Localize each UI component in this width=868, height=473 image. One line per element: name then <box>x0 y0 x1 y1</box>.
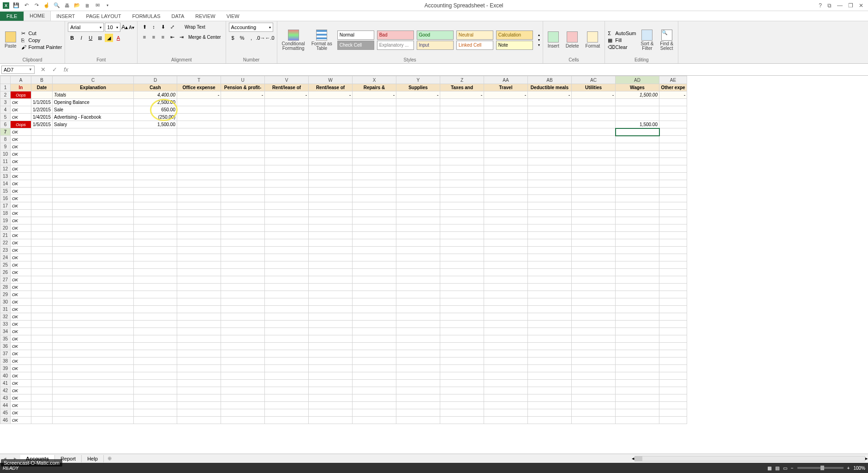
accounting-format-icon[interactable]: $ <box>229 34 237 42</box>
cell-V45[interactable] <box>265 409 309 417</box>
italic-button[interactable]: I <box>77 34 85 42</box>
zoom-value[interactable]: 100% <box>853 466 865 471</box>
cell-AA26[interactable] <box>484 269 528 276</box>
cell-C33[interactable] <box>53 321 134 328</box>
cell-W38[interactable] <box>309 358 353 365</box>
style-cell-checkcell[interactable]: Check Cell <box>337 41 374 50</box>
cell-b5[interactable]: 1/4/2015 <box>31 114 53 121</box>
cell-X16[interactable] <box>353 195 396 202</box>
cell-T37[interactable] <box>177 350 221 358</box>
cell-AB37[interactable] <box>528 350 572 358</box>
cell-AB20[interactable] <box>528 224 572 232</box>
col-header-W[interactable]: W <box>309 76 353 84</box>
header-T[interactable]: Office expense <box>177 84 221 91</box>
cell-AE30[interactable] <box>659 298 687 306</box>
header-W[interactable]: Rent/lease of <box>309 84 353 91</box>
cell-AD30[interactable] <box>616 298 659 306</box>
cell-Z11[interactable] <box>440 158 484 165</box>
cell-Y6[interactable] <box>396 121 440 128</box>
cell-W23[interactable] <box>309 247 353 254</box>
cell-Y44[interactable] <box>396 402 440 409</box>
cell-T25[interactable] <box>177 261 221 269</box>
tab-review[interactable]: REVIEW <box>190 12 221 21</box>
cell-AC8[interactable] <box>572 136 616 143</box>
cell-AE19[interactable] <box>659 217 687 224</box>
row-header-8[interactable]: 8 <box>0 136 11 143</box>
cell-AC18[interactable] <box>572 210 616 217</box>
cell-B14[interactable] <box>31 180 53 188</box>
cell-C39[interactable] <box>53 365 134 372</box>
cell-U19[interactable] <box>221 217 265 224</box>
cell-AA34[interactable] <box>484 328 528 335</box>
style-cell-explanatory[interactable]: Explanatory ... <box>377 41 414 50</box>
cell-C17[interactable] <box>53 202 134 210</box>
cell-X28[interactable] <box>353 284 396 291</box>
cell-T2[interactable]: - <box>177 91 221 99</box>
cell-U38[interactable] <box>221 358 265 365</box>
row-header-38[interactable]: 38 <box>0 358 11 365</box>
cell-AA29[interactable] <box>484 291 528 298</box>
cell-Z21[interactable] <box>440 232 484 239</box>
cell-AC41[interactable] <box>572 380 616 387</box>
cell-AE15[interactable] <box>659 188 687 195</box>
cell-AA25[interactable] <box>484 261 528 269</box>
cell-U30[interactable] <box>221 298 265 306</box>
row-header-36[interactable]: 36 <box>0 343 11 350</box>
row-header-3[interactable]: 3 <box>0 99 11 106</box>
cell-X29[interactable] <box>353 291 396 298</box>
cell-C35[interactable] <box>53 335 134 343</box>
cell-AB27[interactable] <box>528 276 572 284</box>
cell-V10[interactable] <box>265 151 309 158</box>
cell-Y21[interactable] <box>396 232 440 239</box>
cell-Z44[interactable] <box>440 402 484 409</box>
cell-W16[interactable] <box>309 195 353 202</box>
cell-Z22[interactable] <box>440 239 484 247</box>
cell-C16[interactable] <box>53 195 134 202</box>
cell-C14[interactable] <box>53 180 134 188</box>
cell-B28[interactable] <box>31 284 53 291</box>
row-header-6[interactable]: 6 <box>0 121 11 128</box>
cell-V19[interactable] <box>265 217 309 224</box>
cell-D39[interactable] <box>134 365 177 372</box>
cell-Y39[interactable] <box>396 365 440 372</box>
cell-T26[interactable] <box>177 269 221 276</box>
cell-W13[interactable] <box>309 173 353 180</box>
cell-d5[interactable]: (250.00) <box>134 114 177 121</box>
cell-V42[interactable] <box>265 387 309 394</box>
cell-AE42[interactable] <box>659 387 687 394</box>
cell-B25[interactable] <box>31 261 53 269</box>
cell-AC40[interactable] <box>572 372 616 380</box>
cell-W41[interactable] <box>309 380 353 387</box>
cell-AE34[interactable] <box>659 328 687 335</box>
cell-X44[interactable] <box>353 402 396 409</box>
cell-W11[interactable] <box>309 158 353 165</box>
cell-AD15[interactable] <box>616 188 659 195</box>
cell-AE12[interactable] <box>659 165 687 173</box>
cell-c3[interactable]: Opening Balance <box>53 99 134 106</box>
font-name-combo[interactable]: Arial▾ <box>68 23 104 32</box>
cell-AA39[interactable] <box>484 365 528 372</box>
cell-C22[interactable] <box>53 239 134 247</box>
cell-V18[interactable] <box>265 210 309 217</box>
cell-C46[interactable] <box>53 417 134 424</box>
cell-U16[interactable] <box>221 195 265 202</box>
cell-V21[interactable] <box>265 232 309 239</box>
cell-D45[interactable] <box>134 409 177 417</box>
row-header-42[interactable]: 42 <box>0 387 11 394</box>
cell-X5[interactable] <box>353 114 396 121</box>
cell-AB33[interactable] <box>528 321 572 328</box>
scrollbar-thumb[interactable] <box>635 456 642 461</box>
cell-AE36[interactable] <box>659 343 687 350</box>
cell-V36[interactable] <box>265 343 309 350</box>
cell-T43[interactable] <box>177 394 221 402</box>
cell-B9[interactable] <box>31 143 53 151</box>
tab-data[interactable]: DATA <box>166 12 190 21</box>
cell-T10[interactable] <box>177 151 221 158</box>
cell-C18[interactable] <box>53 210 134 217</box>
cell-U10[interactable] <box>221 151 265 158</box>
cell-AB11[interactable] <box>528 158 572 165</box>
cell-AD16[interactable] <box>616 195 659 202</box>
cell-T20[interactable] <box>177 224 221 232</box>
cell-AA9[interactable] <box>484 143 528 151</box>
col-header-Y[interactable]: Y <box>396 76 440 84</box>
